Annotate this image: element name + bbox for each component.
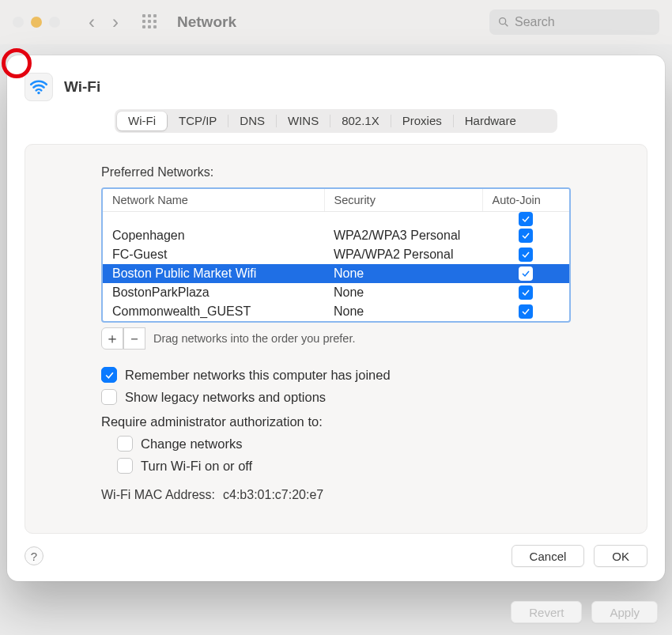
all-prefs-icon[interactable] (142, 14, 158, 30)
svg-point-2 (37, 92, 40, 94)
network-autojoin[interactable] (482, 302, 569, 321)
ok-button[interactable]: OK (594, 545, 647, 567)
window-footer: Revert Apply (0, 589, 672, 635)
svg-point-0 (500, 18, 506, 25)
network-row[interactable]: FC-GuestWPA/WPA2 Personal (103, 245, 569, 264)
search-icon (497, 16, 510, 28)
network-autojoin[interactable] (482, 245, 569, 264)
sheet-footer: ? Cancel OK (25, 545, 647, 567)
revert-button[interactable]: Revert (511, 601, 582, 623)
remember-networks-option[interactable]: Remember networks this computer has join… (101, 367, 571, 383)
col-autojoin[interactable]: Auto-Join (482, 189, 569, 212)
table-actions: ＋ － Drag networks into the order you pre… (101, 327, 571, 350)
turn-wifi-label: Turn Wi-Fi on or off (141, 459, 252, 474)
drag-hint: Drag networks into the order you prefer. (153, 332, 356, 345)
tab-wins[interactable]: WINS (277, 112, 330, 130)
network-name: Commonwealth_GUEST (103, 302, 324, 321)
close-window-icon[interactable] (13, 17, 24, 28)
tab-proxies[interactable]: Proxies (391, 112, 453, 130)
preferred-networks-table[interactable]: Network Name Security Auto-Join Copenhag… (101, 187, 571, 323)
turn-wifi-checkbox[interactable] (117, 458, 133, 474)
options-group: Remember networks this computer has join… (101, 367, 571, 474)
sheet-header: Wi-Fi (25, 73, 647, 101)
remove-network-button[interactable]: － (123, 327, 145, 350)
turn-wifi-option[interactable]: Turn Wi-Fi on or off (117, 458, 571, 474)
remember-checkbox[interactable] (101, 367, 117, 383)
add-network-button[interactable]: ＋ (101, 327, 123, 350)
zoom-window-icon[interactable] (49, 17, 60, 28)
network-security: None (324, 302, 482, 321)
tab-hardware[interactable]: Hardware (454, 112, 527, 130)
network-row[interactable]: Boston Public Market WifiNone (103, 264, 569, 283)
tab-bar: Wi-FiTCP/IPDNSWINS802.1XProxiesHardware (115, 109, 557, 133)
network-row[interactable]: Commonwealth_GUESTNone (103, 302, 569, 321)
search-placeholder: Search (515, 15, 555, 29)
svg-line-1 (505, 24, 508, 26)
admin-auth-label: Require administrator authorization to: (101, 414, 571, 429)
network-row[interactable]: BostonParkPlazaNone (103, 283, 569, 302)
wifi-icon (25, 73, 53, 101)
change-networks-option[interactable]: Change networks (117, 436, 571, 452)
network-row[interactable]: CopenhagenWPA2/WPA3 Personal (103, 226, 569, 245)
col-network-name[interactable]: Network Name (103, 189, 324, 212)
tab-wi-fi[interactable]: Wi-Fi (117, 112, 167, 130)
window-toolbar: ‹ › Network Search (0, 0, 672, 44)
legacy-networks-option[interactable]: Show legacy networks and options (101, 389, 571, 405)
mac-value: c4:b3:01:c7:20:e7 (223, 488, 323, 502)
network-name: Copenhagen (103, 226, 324, 245)
change-networks-checkbox[interactable] (117, 436, 133, 452)
mac-label: Wi-Fi MAC Address: (101, 488, 215, 502)
col-security[interactable]: Security (324, 189, 482, 212)
network-security: None (324, 264, 482, 283)
mac-address-row: Wi-Fi MAC Address: c4:b3:01:c7:20:e7 (101, 488, 571, 502)
preferred-networks-label: Preferred Networks: (101, 165, 571, 180)
tab-dns[interactable]: DNS (228, 112, 276, 130)
tab-802-1x[interactable]: 802.1X (330, 112, 391, 130)
sheet-title: Wi-Fi (64, 78, 100, 96)
apply-button[interactable]: Apply (591, 601, 658, 623)
network-name: FC-Guest (103, 245, 324, 264)
tab-tcp-ip[interactable]: TCP/IP (168, 112, 228, 130)
plus-icon: ＋ (105, 329, 119, 348)
legacy-checkbox[interactable] (101, 389, 117, 405)
network-security: WPA2/WPA3 Personal (324, 226, 482, 245)
network-autojoin[interactable] (482, 264, 569, 283)
network-autojoin[interactable] (482, 283, 569, 302)
change-networks-label: Change networks (141, 437, 242, 452)
help-button[interactable]: ? (25, 546, 43, 565)
network-autojoin[interactable] (482, 226, 569, 245)
network-name: Boston Public Market Wifi (103, 264, 324, 283)
remember-label: Remember networks this computer has join… (125, 368, 391, 383)
minus-icon: － (127, 329, 142, 348)
cancel-button[interactable]: Cancel (512, 545, 585, 567)
legacy-label: Show legacy networks and options (125, 390, 326, 405)
window-title: Network (177, 13, 236, 31)
search-field[interactable]: Search (489, 9, 659, 35)
network-name: BostonParkPlaza (103, 283, 324, 302)
wifi-advanced-sheet: Wi-Fi Wi-FiTCP/IPDNSWINS802.1XProxiesHar… (7, 55, 665, 581)
traffic-lights (13, 17, 60, 28)
forward-button[interactable]: › (108, 14, 123, 30)
network-security: WPA/WPA2 Personal (324, 245, 482, 264)
wifi-panel: Preferred Networks: Network Name Securit… (25, 144, 647, 534)
minimize-window-icon[interactable] (31, 17, 42, 28)
back-button[interactable]: ‹ (84, 14, 100, 30)
network-security: None (324, 283, 482, 302)
